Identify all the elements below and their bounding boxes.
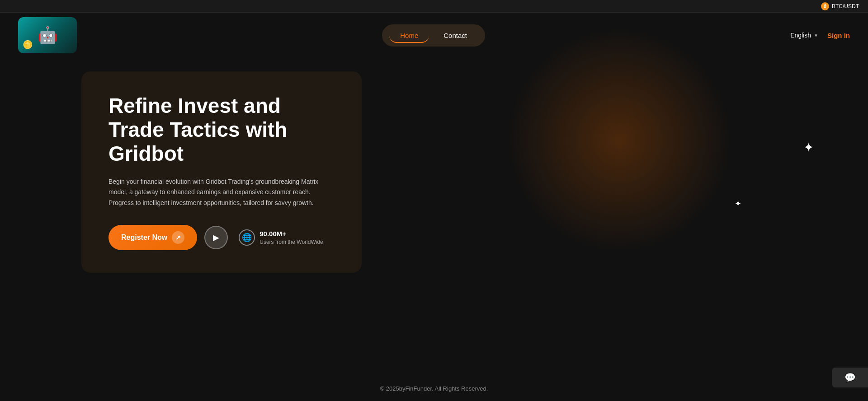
register-label: Register Now [121, 233, 167, 242]
register-button[interactable]: Register Now ↗ [108, 225, 197, 250]
btc-icon: ₿ [821, 2, 829, 10]
logo-coin-icon: 🪙 [23, 40, 33, 50]
nav-right: English ▼ Sign In [790, 32, 850, 39]
hero-section: Refine Invest and Trade Tactics with Gri… [0, 58, 868, 286]
globe-icon: 🌐 [239, 229, 255, 246]
nav-menu: Home Contact [382, 24, 485, 47]
hero-title: Refine Invest and Trade Tactics with Gri… [108, 94, 335, 166]
users-count: 90.00M+ [259, 230, 323, 238]
language-label: English [790, 32, 811, 39]
copyright-text: © 2025byFinFunder. All Rights Reserved. [380, 385, 488, 392]
sign-in-button[interactable]: Sign In [827, 32, 850, 39]
users-badge: 🌐 90.00M+ Users from the WorldWide [239, 229, 323, 246]
language-selector[interactable]: English ▼ [790, 32, 818, 39]
chat-icon: 💬 [844, 372, 856, 383]
navbar: 🤖 🪙 Home Contact English ▼ Sign In [0, 13, 868, 58]
hero-card: Refine Invest and Trade Tactics with Gri… [81, 71, 362, 273]
logo-robot-icon: 🤖 [38, 26, 58, 45]
ticker-bar: ₿ BTC/USDT [0, 0, 868, 13]
nav-item-home[interactable]: Home [389, 28, 429, 43]
arrow-icon: ↗ [172, 231, 184, 244]
btc-ticker: ₿ BTC/USDT [821, 2, 859, 10]
play-button[interactable]: ▶ [204, 226, 228, 249]
hero-actions: Register Now ↗ ▶ 🌐 90.00M+ Users from th… [108, 225, 335, 250]
hero-description: Begin your financial evolution with Grid… [108, 177, 335, 209]
users-text: 90.00M+ Users from the WorldWide [259, 230, 323, 246]
users-label: Users from the WorldWide [259, 239, 323, 245]
chat-button[interactable]: 💬 [832, 368, 868, 387]
btc-label: BTC/USDT [832, 3, 859, 9]
logo[interactable]: 🤖 🪙 [18, 17, 77, 53]
footer: © 2025byFinFunder. All Rights Reserved. [0, 376, 868, 401]
nav-item-contact[interactable]: Contact [433, 28, 478, 43]
play-icon: ▶ [213, 233, 219, 242]
chevron-down-icon: ▼ [814, 33, 818, 38]
